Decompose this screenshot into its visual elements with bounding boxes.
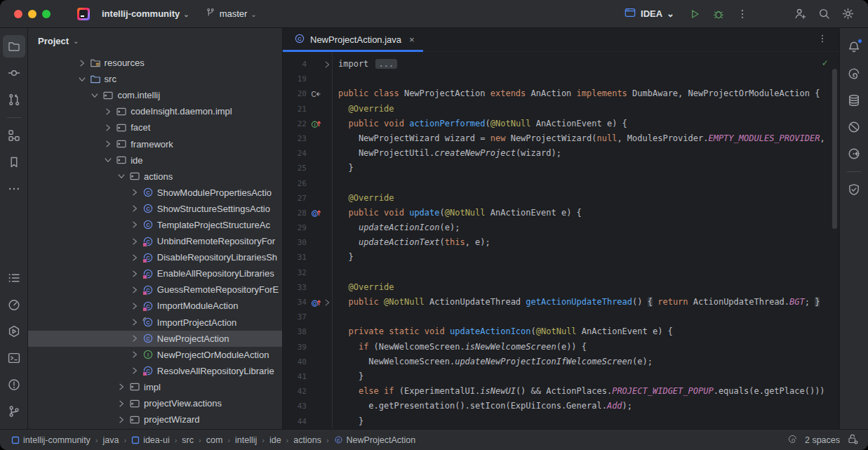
notifications-tool-button[interactable] — [843, 36, 865, 58]
chevron-right-icon[interactable] — [129, 219, 140, 230]
chevron-right-icon[interactable] — [129, 187, 140, 198]
inspections-ok-icon[interactable]: ✓ — [822, 55, 828, 70]
tree-row-showstructuresettingsactio[interactable]: CShowStructureSettingsActio — [28, 201, 282, 217]
close-tab-icon[interactable]: × — [409, 34, 415, 45]
fold-chevron-icon[interactable] — [323, 60, 332, 70]
tree-row-enableallrepositorylibraries[interactable]: CEnableAllRepositoryLibraries — [28, 265, 282, 282]
settings-button[interactable] — [837, 4, 858, 25]
debug-button[interactable] — [708, 4, 729, 25]
code-line-25[interactable]: 25 } — [283, 161, 839, 176]
editor-tab[interactable]: C NewProjectAction.java × — [283, 28, 423, 51]
editor-options-kebab-icon[interactable] — [817, 33, 839, 47]
unlock-icon[interactable] — [847, 433, 858, 446]
tree-row-newprojectaction[interactable]: CNewProjectAction — [28, 331, 282, 347]
tree-row-importprojectaction[interactable]: CImportProjectAction — [28, 315, 282, 331]
chevron-right-icon[interactable] — [76, 58, 88, 69]
chevron-down-icon[interactable] — [89, 90, 100, 101]
tree-row-actions[interactable]: actions — [28, 168, 282, 185]
tree-row-src[interactable]: src — [28, 71, 282, 87]
chevron-right-icon[interactable] — [102, 106, 114, 117]
run-button[interactable] — [684, 4, 705, 25]
tree-row-codeinsight-daemon-impl[interactable]: codeInsight.daemon.impl — [28, 103, 282, 119]
chevron-right-icon[interactable] — [129, 333, 140, 344]
folded-region[interactable]: ... — [375, 59, 398, 69]
chevron-down-icon[interactable] — [102, 154, 114, 166]
tree-row-com-intellij[interactable]: com.intellij — [28, 87, 282, 103]
code-line-30[interactable]: 30 updateActionText(this, e); — [283, 235, 839, 250]
gutter-over-icon[interactable]: O — [309, 298, 323, 307]
commit-tool-button[interactable] — [3, 62, 25, 84]
ai-assistant-status-icon[interactable] — [787, 434, 798, 446]
code-line-28[interactable]: 28O public void update(@NotNull AnAction… — [283, 206, 839, 220]
tree-row-templateprojectstructureac[interactable]: CTemplateProjectStructureAc — [28, 217, 282, 233]
breadcrumb-item-ide[interactable]: ide — [269, 435, 281, 445]
chevron-down-icon[interactable] — [116, 171, 127, 182]
project-panel-header[interactable]: Project ⌄ — [28, 28, 282, 53]
code-line-22[interactable]: 22I public void actionPerformed(@NotNull… — [283, 117, 839, 131]
chevron-right-icon[interactable] — [129, 268, 140, 279]
code-line-21[interactable]: 21 @Override — [283, 102, 839, 117]
code-line-33[interactable]: 33 @Override — [283, 280, 839, 295]
security-shield-tool-button[interactable] — [843, 178, 865, 201]
vcs-branch-widget[interactable]: master ⌄ — [199, 4, 262, 23]
chevron-right-icon[interactable] — [129, 317, 140, 328]
code-line-43[interactable]: 43 e.getPresentation().setIcon(ExpUiIcon… — [283, 399, 839, 413]
tree-row-projectview-actions[interactable]: projectView.actions — [28, 395, 282, 411]
profiler-tool-button[interactable] — [3, 293, 25, 316]
chevron-right-icon[interactable] — [116, 398, 127, 409]
code-line-42[interactable]: 42 else if (ExperimentalUI.isNewUI() && … — [283, 384, 839, 399]
fold-chevron-icon[interactable] — [323, 298, 332, 307]
code-editor[interactable]: ✓ 4import ...1920Cpublic class NewProjec… — [283, 52, 839, 429]
pull-requests-tool-button[interactable] — [3, 88, 25, 111]
code-line-29[interactable]: 29 updateActionIcon(e); — [283, 220, 839, 235]
chevron-right-icon[interactable] — [129, 252, 140, 263]
breadcrumb-item-actions[interactable]: actions — [293, 435, 321, 445]
run-configuration-widget[interactable]: IDEA ⌄ — [624, 6, 674, 21]
tree-row-resources[interactable]: resources — [28, 55, 282, 71]
code-line-27[interactable]: 27 @Override — [283, 191, 839, 206]
tree-row-showmodulepropertiesactio[interactable]: CShowModulePropertiesActio — [28, 185, 282, 201]
chevron-right-icon[interactable] — [116, 381, 127, 392]
breadcrumb-item-intellij[interactable]: intellij — [235, 435, 257, 445]
database-tool-button[interactable] — [843, 89, 865, 112]
tree-row-projectwizard[interactable]: projectWizard — [28, 411, 282, 428]
code-line-23[interactable]: 23 NewProjectWizard wizard = new NewProj… — [283, 131, 839, 146]
no-entry-tool-button[interactable] — [843, 116, 865, 138]
bookmarks-tool-button[interactable] — [3, 151, 25, 173]
chevron-right-icon[interactable] — [129, 236, 140, 247]
breadcrumb-item-newprojectaction[interactable]: CNewProjectAction — [334, 435, 416, 445]
tree-row-facet[interactable]: facet — [28, 119, 282, 135]
breadcrumb-item-com[interactable]: com — [206, 435, 223, 445]
minimize-window-button[interactable] — [28, 10, 36, 18]
code-line-41[interactable]: 41 } — [283, 369, 839, 384]
chevron-down-icon[interactable] — [76, 74, 88, 85]
code-line-44[interactable]: 44 } — [283, 414, 839, 429]
breadcrumb-item-src[interactable]: src — [182, 435, 194, 445]
tree-row-framework[interactable]: framework — [28, 135, 282, 152]
code-line-24[interactable]: 24 NewProjectUtil.createNewProject(wizar… — [283, 146, 839, 161]
project-widget[interactable]: intellij-community ⌄ — [96, 6, 195, 22]
tree-row-unbindremoterepositoryfor[interactable]: CUnbindRemoteRepositoryFor — [28, 233, 282, 249]
services-tool-button[interactable] — [3, 320, 25, 343]
ai-assistant-tool-button[interactable] — [843, 62, 865, 85]
more-tool-windows-tool-button[interactable] — [3, 178, 25, 200]
code-line-26[interactable]: 26 — [283, 176, 839, 191]
chevron-right-icon[interactable] — [116, 414, 127, 425]
breadcrumb-item-java[interactable]: java — [103, 435, 119, 445]
indent-indicator[interactable]: 2 spaces — [805, 435, 840, 445]
code-line-37[interactable]: 37 — [283, 310, 839, 324]
tree-row-disablerepositorylibrariessh[interactable]: CDisableRepositoryLibrariesSh — [28, 249, 282, 265]
dependencies-tool-button[interactable] — [843, 143, 865, 165]
breadcrumb-item-intellij-community[interactable]: intellij-community — [11, 435, 91, 445]
chevron-right-icon[interactable] — [129, 284, 140, 296]
search-everywhere-button[interactable] — [813, 4, 834, 25]
code-line-40[interactable]: 40 NewWelcomeScreen.updateNewProjectIcon… — [283, 355, 839, 369]
code-line-34[interactable]: 34O public @NotNull ActionUpdateThread g… — [283, 295, 839, 310]
zoom-window-button[interactable] — [42, 10, 51, 18]
terminal-tool-button[interactable] — [3, 347, 25, 369]
code-line-32[interactable]: 32 — [283, 265, 839, 280]
tree-row-guessremoterepositoryfore[interactable]: CGuessRemoteRepositoryForE — [28, 282, 282, 298]
code-line-20[interactable]: 20Cpublic class NewProjectAction extends… — [283, 86, 839, 101]
code-line-4[interactable]: 4import ... — [283, 57, 839, 72]
chevron-right-icon[interactable] — [102, 138, 114, 150]
